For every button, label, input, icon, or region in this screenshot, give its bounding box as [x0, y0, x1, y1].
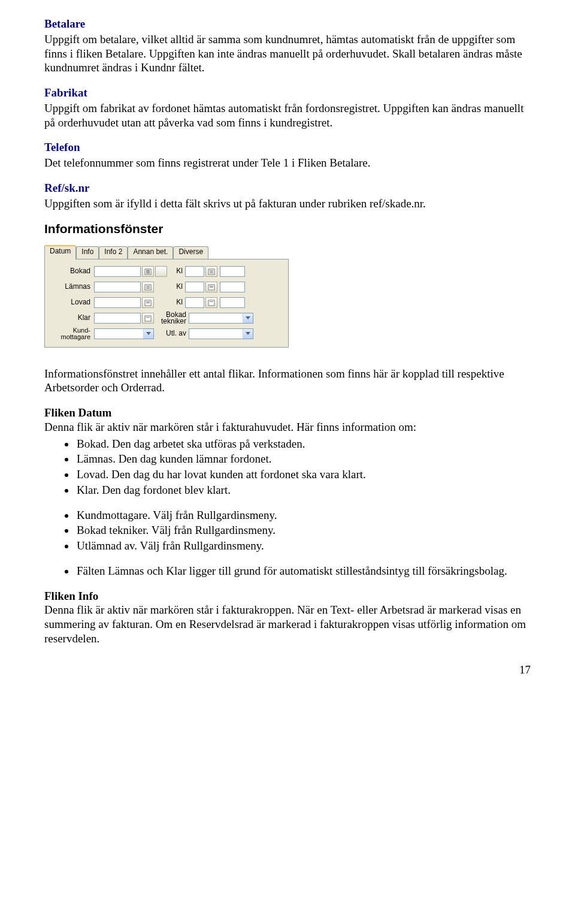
chevron-down-icon[interactable]: [243, 329, 253, 339]
tab-datum[interactable]: Datum: [44, 245, 76, 259]
body-fliken-datum: Denna flik är aktiv när markören står i …: [44, 420, 531, 434]
button-bokad-extra[interactable]: [155, 266, 167, 277]
input-bokad-kl2[interactable]: [220, 266, 245, 277]
label-kl-bokad: Kl: [167, 267, 185, 276]
list-item: Fälten Lämnas och Klar ligger till grund…: [75, 564, 531, 578]
label-klar: Klar: [50, 313, 94, 322]
input-klar-date[interactable]: [94, 313, 141, 324]
label-lamnas: Lämnas: [50, 282, 94, 291]
heading-fabrikat: Fabrikat: [44, 86, 531, 100]
list-item: Bokad tekniker. Välj från Rullgardinsmen…: [75, 523, 531, 538]
list-item: Utlämnad av. Välj från Rullgardinsmeny.: [75, 539, 531, 553]
calendar-icon[interactable]: [205, 297, 217, 308]
body-refsk: Uppgiften som är ifylld i detta fält skr…: [44, 197, 531, 211]
input-lovad-kl1[interactable]: [185, 297, 204, 308]
list-item: Lämnas. Den dag kunden lämnar fordonet.: [75, 452, 531, 466]
calendar-icon[interactable]: [205, 282, 217, 292]
label-kundmottagare: Kund- mottagare: [50, 327, 94, 340]
panel-body: Bokad Kl Lämnas Kl: [44, 259, 289, 348]
input-lamnas-kl2[interactable]: [220, 282, 245, 292]
label-bokad: Bokad: [50, 267, 94, 276]
label-utl-av: Utl. av: [154, 330, 189, 337]
input-lovad-kl2[interactable]: [220, 297, 245, 308]
bullet-list-1: Bokad. Den dag arbetet ska utföras på ve…: [44, 437, 531, 497]
tab-info2[interactable]: Info 2: [99, 246, 128, 259]
heading-fliken-info: Fliken Info: [44, 589, 531, 603]
heading-refsk: Ref/sk.nr: [44, 181, 531, 195]
page-number: 17: [44, 663, 531, 677]
info-panel: Datum Info Info 2 Annan bet. Diverse Bok…: [44, 246, 289, 348]
input-bokad-kl1[interactable]: [185, 266, 204, 277]
input-bokad-date[interactable]: [94, 266, 141, 277]
tab-bar: Datum Info Info 2 Annan bet. Diverse: [44, 246, 289, 259]
heading-telefon: Telefon: [44, 140, 531, 155]
list-item: Bokad. Den dag arbetet ska utföras på ve…: [75, 437, 531, 451]
list-item: Klar. Den dag fordonet blev klart.: [75, 483, 531, 497]
list-item: Kundmottagare. Välj från Rullgardinsmeny…: [75, 508, 531, 523]
svg-rect-22: [145, 316, 151, 321]
body-fliken-info: Denna flik är aktiv när markören står i …: [44, 603, 531, 645]
label-lovad: Lovad: [50, 298, 94, 307]
label-kl-lamnas: Kl: [167, 282, 185, 291]
dropdown-kundmottagare[interactable]: [94, 328, 154, 339]
svg-rect-20: [208, 300, 214, 306]
heading-fliken-datum: Fliken Datum: [44, 406, 531, 420]
info-body: Informationsfönstret innehåller ett anta…: [44, 367, 531, 395]
body-fabrikat: Uppgift om fabrikat av fordonet hämtas a…: [44, 101, 531, 130]
body-betalare: Uppgift om betalare, vilket alltid är sa…: [44, 32, 531, 75]
input-lamnas-date[interactable]: [94, 282, 141, 292]
chevron-down-icon[interactable]: [243, 313, 253, 323]
bullet-list-2: Kundmottagare. Välj från Rullgardinsmeny…: [44, 508, 531, 553]
tab-info[interactable]: Info: [76, 246, 99, 259]
dropdown-bokad-tekniker[interactable]: [189, 313, 253, 324]
dropdown-utl-av[interactable]: [189, 328, 253, 339]
calendar-icon[interactable]: [142, 282, 154, 292]
calendar-icon[interactable]: [142, 313, 154, 324]
list-item: Lovad. Den dag du har lovat kunden att f…: [75, 467, 531, 482]
tab-annan-bet[interactable]: Annan bet.: [128, 246, 173, 259]
chevron-down-icon[interactable]: [143, 329, 153, 339]
body-telefon: Det telefonnummer som finns registrerat …: [44, 156, 531, 170]
label-bokad-tekniker: Bokad tekniker: [154, 312, 189, 325]
bullet-list-3: Fälten Lämnas och Klar ligger till grund…: [44, 564, 531, 578]
calendar-icon[interactable]: [142, 266, 154, 277]
calendar-icon[interactable]: [142, 297, 154, 308]
heading-betalare: Betalare: [44, 17, 531, 31]
input-lamnas-kl1[interactable]: [185, 282, 204, 292]
tab-diverse[interactable]: Diverse: [173, 246, 208, 259]
calendar-icon[interactable]: [205, 266, 217, 277]
label-kl-lovad: Kl: [167, 298, 185, 307]
section-informationsfonster: Informationsfönster: [44, 221, 531, 237]
input-lovad-date[interactable]: [94, 297, 141, 308]
